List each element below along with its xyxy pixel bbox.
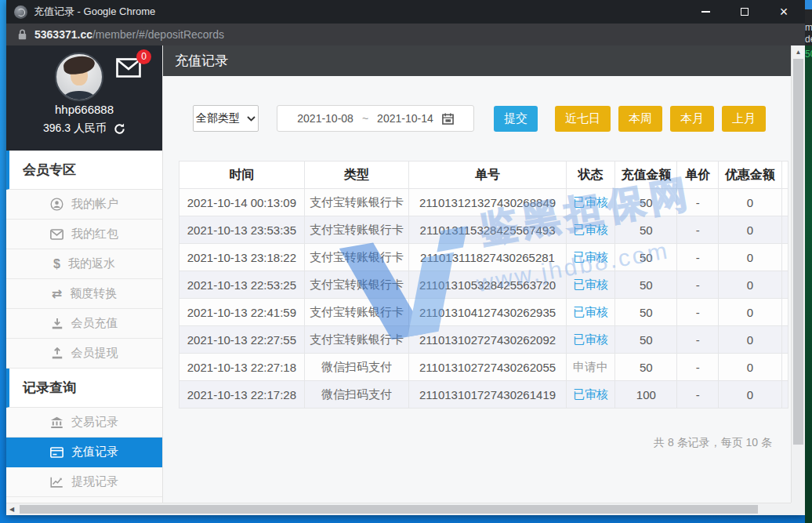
cell-type: 支付宝转账银行卡 <box>304 189 409 216</box>
chart-icon <box>50 477 63 488</box>
cell-order-no: 211013102727430262055 <box>409 354 566 381</box>
avatar-hair <box>63 55 96 76</box>
table-row: 2021-10-14 00:13:09支付宝转账银行卡2110131213274… <box>179 189 788 216</box>
transfer-icon: ⇄ <box>52 288 62 300</box>
cell-order-no: 211013111827430265281 <box>409 244 566 271</box>
window-title: 充值记录 - Google Chrome <box>34 5 155 19</box>
page-header: 充值记录 <box>163 45 791 76</box>
column-header-truncated <box>781 162 788 189</box>
cell-amount: 50 <box>615 189 677 216</box>
table-row: 2021-10-13 22:53:25支付宝转账银行卡2110131053284… <box>179 271 788 299</box>
horizontal-scrollbar[interactable]: ◀ <box>6 503 791 515</box>
table-row: 2021-10-13 23:53:35支付宝转账银行卡2110131153284… <box>179 216 788 244</box>
cell-discount: 0 <box>718 381 781 409</box>
cell-type: 微信扫码支付 <box>304 381 409 409</box>
sidebar-item-withdraw-records[interactable]: 提现记录 <box>6 467 162 497</box>
cell-unit-price: - <box>677 354 719 381</box>
minimize-button[interactable] <box>700 6 711 17</box>
sidebar-item-my-account[interactable]: 我的帐户 <box>6 190 162 220</box>
cell-discount: 0 <box>718 299 781 326</box>
cell-truncated <box>781 271 788 299</box>
sidebar-item-deposit-records[interactable]: 充值记录 <box>6 438 162 467</box>
cell-unit-price: - <box>677 381 719 409</box>
cell-truncated <box>781 381 788 409</box>
cell-order-no: 211013101727430261419 <box>409 381 566 409</box>
cell-amount: 50 <box>615 354 677 381</box>
sidebar-item-label: 我的返水 <box>68 256 115 271</box>
background-window-sliver: m de 50 <box>805 0 812 523</box>
favicon <box>14 5 27 19</box>
date-from-value[interactable]: 2021-10-08 <box>297 112 353 125</box>
sidebar-item-member-withdraw[interactable]: 会员提现 <box>6 339 162 369</box>
desktop-background: 充值记录 - Google Chrome × 5363371.cc/member… <box>0 0 812 523</box>
close-button[interactable]: × <box>778 6 789 17</box>
sidebar-item-member-deposit[interactable]: 会员充值 <box>6 309 162 339</box>
sidebar-item-quota-transfer[interactable]: ⇄额度转换 <box>6 279 162 309</box>
date-to-value[interactable]: 2021-10-14 <box>377 112 433 125</box>
records-table: 时间类型单号状态充值金额单价优惠金额 2021-10-14 00:13:09支付… <box>179 161 788 409</box>
content-area: 全部类型 2021-10-08 ~ 2021-10-14 提交 近七日本周本月上… <box>163 76 791 503</box>
type-select-value: 全部类型 <box>196 111 240 125</box>
sidebar-item-transaction-records[interactable]: 交易记录 <box>6 408 162 438</box>
cell-truncated <box>781 326 788 354</box>
sidebar-item-my-redpacket[interactable]: 我的红包 <box>6 220 162 249</box>
background-fragment-green: 50 <box>805 49 812 60</box>
refresh-icon <box>114 123 125 135</box>
type-select[interactable]: 全部类型 <box>193 105 259 132</box>
quick-button-this-month[interactable]: 本月 <box>670 106 714 132</box>
sidebar-item-label: 提现记录 <box>71 474 118 489</box>
cell-amount: 50 <box>615 326 677 354</box>
table-header-row: 时间类型单号状态充值金额单价优惠金额 <box>179 162 788 189</box>
messages-button[interactable]: 0 <box>116 58 141 81</box>
lock-icon[interactable] <box>18 29 27 40</box>
scroll-up-icon[interactable]: ▲ <box>792 45 805 58</box>
cell-discount: 0 <box>718 244 781 271</box>
vertical-scrollbar-thumb[interactable] <box>793 59 803 445</box>
deposit-icon <box>51 318 63 330</box>
column-header: 优惠金额 <box>718 162 781 189</box>
quick-button-last-7-days[interactable]: 近七日 <box>555 106 611 132</box>
scroll-left-icon[interactable]: ◀ <box>9 503 14 515</box>
cell-time: 2021-10-13 22:17:28 <box>179 381 305 409</box>
cell-status: 已审核 <box>566 189 615 216</box>
maximize-button[interactable] <box>739 6 750 17</box>
background-fragment-mid: de <box>805 34 812 45</box>
sidebar-item-my-rebate[interactable]: $我的返水 <box>6 249 162 279</box>
cell-amount: 50 <box>615 244 677 271</box>
records-summary: 共 8 条记录，每页 10 条 <box>654 436 772 450</box>
refresh-balance-button[interactable] <box>114 123 125 135</box>
column-header: 状态 <box>566 162 615 189</box>
cell-order-no: 211013115328425567493 <box>409 216 566 244</box>
message-count-badge: 0 <box>136 49 151 64</box>
column-header: 类型 <box>304 162 409 189</box>
cell-amount: 50 <box>615 299 677 326</box>
cell-discount: 0 <box>718 354 781 381</box>
submit-button[interactable]: 提交 <box>494 106 538 132</box>
horizontal-scrollbar-thumb[interactable] <box>20 505 758 514</box>
sidebar-menu: 会员专区我的帐户我的红包$我的返水⇄额度转换会员充值会员提现记录查询交易记录充值… <box>6 151 162 497</box>
column-header: 单号 <box>409 162 566 189</box>
date-range-input[interactable]: 2021-10-08 ~ 2021-10-14 <box>277 105 474 132</box>
balance: 396.3 人民币 <box>43 122 107 136</box>
cell-amount: 100 <box>615 381 677 409</box>
username: hhp666888 <box>6 103 162 116</box>
avatar-body <box>63 91 95 101</box>
card-icon <box>50 447 63 458</box>
quick-button-this-week[interactable]: 本周 <box>618 106 662 132</box>
scrollbar-corner <box>791 503 805 515</box>
cell-amount: 50 <box>615 216 677 244</box>
address-bar[interactable]: 5363371.cc/member/#/depositRecords <box>6 24 805 45</box>
quick-button-last-month[interactable]: 上月 <box>722 106 766 132</box>
url-text: 5363371.cc/member/#/depositRecords <box>34 28 224 41</box>
cell-type: 支付宝转账银行卡 <box>304 326 409 354</box>
cell-time: 2021-10-13 22:27:55 <box>179 326 305 354</box>
vertical-scrollbar[interactable]: ▲ <box>791 45 805 503</box>
window-titlebar[interactable]: 充值记录 - Google Chrome × <box>6 0 805 24</box>
user-icon <box>50 198 63 211</box>
cell-discount: 0 <box>718 326 781 354</box>
cell-truncated <box>781 299 788 326</box>
avatar[interactable] <box>55 53 103 101</box>
date-range-separator: ~ <box>362 112 368 125</box>
cell-order-no: 211013102727430262092 <box>409 326 566 354</box>
calendar-icon <box>442 113 454 125</box>
